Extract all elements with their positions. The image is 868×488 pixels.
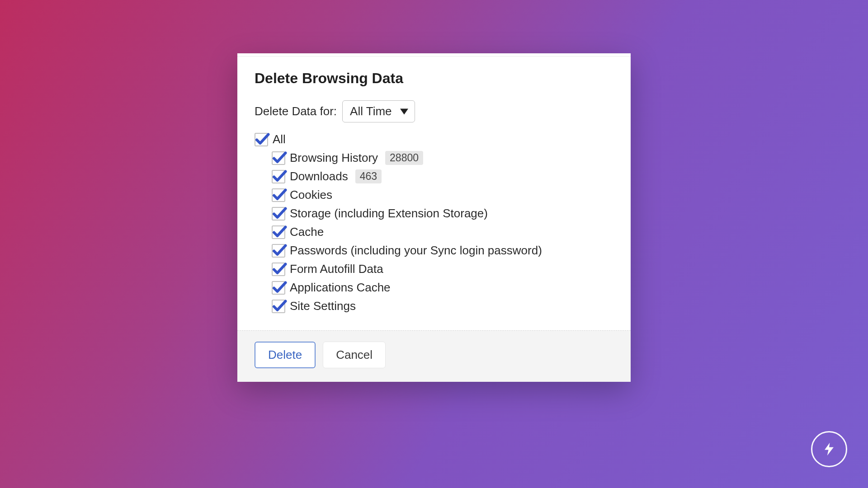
dialog-body: Delete Data for: All Time All Browsing H… bbox=[237, 91, 631, 330]
checkbox-label: Browsing History bbox=[290, 151, 378, 165]
check-icon bbox=[271, 168, 288, 184]
checkbox-row-form-autofill: Form Autofill Data bbox=[272, 262, 613, 276]
cancel-button[interactable]: Cancel bbox=[323, 342, 386, 368]
check-icon bbox=[271, 279, 288, 296]
checkbox-row-browsing-history: Browsing History 28800 bbox=[272, 151, 613, 165]
checkbox-label: Storage (including Extension Storage) bbox=[290, 206, 488, 221]
checkbox-label: Site Settings bbox=[290, 299, 356, 313]
check-icon bbox=[271, 224, 288, 240]
checkbox-cache[interactable] bbox=[272, 225, 285, 239]
checkbox-label: Form Autofill Data bbox=[290, 262, 383, 276]
lightning-fab-button[interactable] bbox=[811, 431, 847, 467]
count-badge-browsing-history: 28800 bbox=[385, 151, 423, 165]
dialog-footer: Delete Cancel bbox=[237, 330, 631, 382]
checkbox-label: Downloads bbox=[290, 169, 348, 183]
time-range-row: Delete Data for: All Time bbox=[255, 100, 613, 122]
check-icon bbox=[271, 261, 288, 277]
checkbox-label: Cache bbox=[290, 225, 324, 239]
checkbox-row-applications-cache: Applications Cache bbox=[272, 281, 613, 295]
lightning-icon bbox=[821, 441, 837, 457]
checkbox-downloads[interactable] bbox=[272, 170, 285, 183]
time-range-select[interactable]: All Time bbox=[342, 100, 415, 122]
checkbox-cookies[interactable] bbox=[272, 188, 285, 202]
time-range-label: Delete Data for: bbox=[255, 104, 337, 118]
checkbox-storage[interactable] bbox=[272, 207, 285, 221]
delete-button[interactable]: Delete bbox=[255, 342, 316, 368]
check-icon bbox=[271, 187, 288, 203]
checkbox-row-cookies: Cookies bbox=[272, 188, 613, 202]
checkbox-label: Passwords (including your Sync login pas… bbox=[290, 244, 542, 258]
checkbox-row-downloads: Downloads 463 bbox=[272, 169, 613, 183]
checkbox-row-cache: Cache bbox=[272, 225, 613, 239]
checkbox-site-settings[interactable] bbox=[272, 300, 285, 313]
checkbox-passwords[interactable] bbox=[272, 244, 285, 258]
checkbox-row-storage: Storage (including Extension Storage) bbox=[272, 206, 613, 221]
checkbox-all[interactable] bbox=[255, 133, 268, 146]
delete-browsing-data-dialog: Delete Browsing Data Delete Data for: Al… bbox=[237, 53, 631, 382]
dialog-title: Delete Browsing Data bbox=[255, 70, 613, 87]
checkbox-row-site-settings: Site Settings bbox=[272, 299, 613, 313]
checkbox-all-label: All bbox=[273, 132, 286, 146]
checkbox-label: Applications Cache bbox=[290, 281, 391, 295]
check-icon bbox=[254, 131, 270, 147]
checkbox-label: Cookies bbox=[290, 188, 332, 202]
check-icon bbox=[271, 150, 288, 166]
check-icon bbox=[271, 205, 288, 221]
checkbox-sub-list: Browsing History 28800 Downloads 463 Coo… bbox=[272, 151, 613, 313]
checkbox-row-passwords: Passwords (including your Sync login pas… bbox=[272, 244, 613, 258]
checkbox-browsing-history[interactable] bbox=[272, 151, 285, 165]
check-icon bbox=[271, 242, 288, 258]
dialog-header: Delete Browsing Data bbox=[237, 56, 631, 91]
check-icon bbox=[271, 298, 288, 314]
chevron-down-icon bbox=[400, 108, 408, 114]
checkbox-applications-cache[interactable] bbox=[272, 281, 285, 295]
checkbox-row-all: All bbox=[255, 132, 613, 146]
checkbox-form-autofill[interactable] bbox=[272, 263, 285, 276]
time-range-value: All Time bbox=[350, 104, 392, 118]
count-badge-downloads: 463 bbox=[355, 169, 382, 183]
